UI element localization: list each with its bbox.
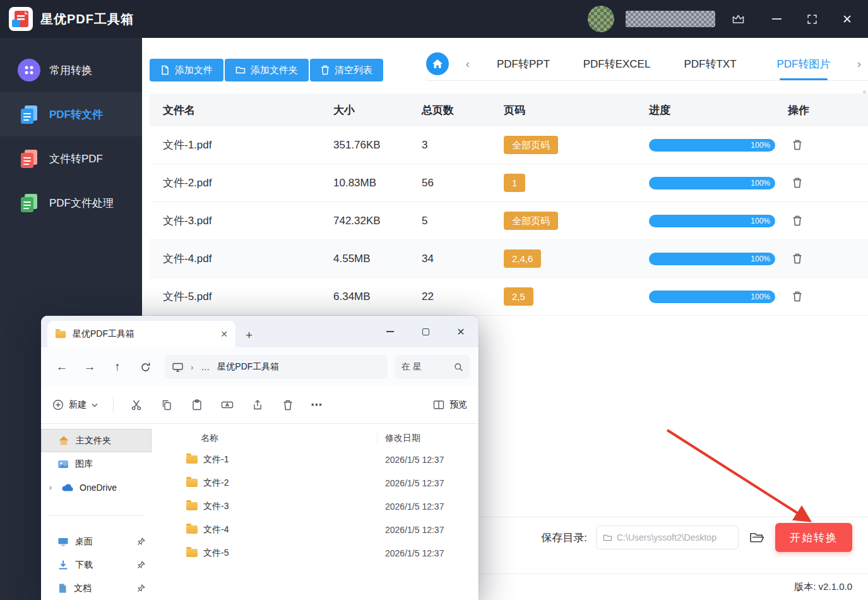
delete-file-button[interactable] xyxy=(789,213,806,229)
nav-item-onedrive[interactable]: › OneDrive xyxy=(41,476,152,499)
nav-item-label: 文档 xyxy=(74,583,92,594)
new-item-button[interactable]: 新建 xyxy=(52,399,98,411)
tabs-scroll-left-icon[interactable]: ‹ xyxy=(459,57,477,71)
sidebar-item-label: PDF转文件 xyxy=(49,107,103,122)
address-bar[interactable]: › … 星优PDF工具箱 xyxy=(165,355,388,379)
tabs-scroll-right-icon[interactable]: › xyxy=(850,57,868,71)
home-button[interactable] xyxy=(426,52,449,75)
delete-file-button[interactable] xyxy=(789,137,806,153)
tab-pdf-to-excel[interactable]: PDF转EXCEL xyxy=(570,47,663,80)
page-range-badge[interactable]: 全部页码 xyxy=(504,212,558,230)
browse-folder-button[interactable] xyxy=(747,528,766,547)
trash-icon xyxy=(321,65,330,75)
file-row[interactable]: 文件-4 2026/1/5 12:37 xyxy=(152,518,479,541)
breadcrumb-ellipsis[interactable]: … xyxy=(201,362,210,372)
nav-item-home[interactable]: 主文件夹 xyxy=(41,429,152,452)
forward-icon[interactable]: → xyxy=(78,356,102,378)
pin-icon[interactable] xyxy=(137,584,145,592)
breadcrumb-current[interactable]: 星优PDF工具箱 xyxy=(217,361,279,373)
trash-icon xyxy=(792,291,802,302)
explorer-search-box[interactable]: 在 星 xyxy=(395,355,470,379)
table-row: 文件-2.pdf 10.83MB 56 1 100% xyxy=(150,164,868,202)
column-header-name[interactable]: 名称 xyxy=(152,433,378,444)
page-range-badge[interactable]: 2,5 xyxy=(504,287,533,306)
file-row[interactable]: 文件-1 2026/1/5 12:37 xyxy=(152,448,479,471)
explorer-maximize-button[interactable] xyxy=(408,316,443,347)
explorer-window-controls: ✕ xyxy=(372,316,479,347)
rename-icon[interactable] xyxy=(220,397,235,412)
page-range-badge[interactable]: 全部页码 xyxy=(504,136,558,154)
tab-pdf-to-txt[interactable]: PDF转TXT xyxy=(663,47,757,80)
start-convert-button[interactable]: 开始转换 xyxy=(775,523,852,552)
delete-file-button[interactable] xyxy=(789,289,806,305)
copy-icon[interactable] xyxy=(159,397,174,412)
preview-toggle-button[interactable]: 预览 xyxy=(433,399,467,411)
explorer-tab[interactable]: 星优PDF工具箱 ✕ xyxy=(47,321,235,347)
tab-close-icon[interactable]: ✕ xyxy=(220,329,228,339)
progress-bar: 100% xyxy=(649,253,775,265)
sidebar-item-pdf-process[interactable]: PDF文件处理 xyxy=(0,181,142,225)
file-row[interactable]: 文件-2 2026/1/5 12:37 xyxy=(152,471,479,495)
explorer-close-button[interactable]: ✕ xyxy=(443,316,479,347)
page-range-badge[interactable]: 2,4,6 xyxy=(504,249,541,268)
table-row: 文件-1.pdf 351.76KB 3 全部页码 100% xyxy=(150,126,868,164)
sidebar-item-common-convert[interactable]: 常用转换 xyxy=(0,48,142,92)
cut-icon[interactable] xyxy=(129,397,144,412)
sidebar-item-pdf-to-file[interactable]: PDF转文件 xyxy=(0,92,142,136)
nav-item-downloads[interactable]: 下载 xyxy=(41,553,152,577)
sidebar-item-label: 常用转换 xyxy=(49,63,92,78)
delete-file-button[interactable] xyxy=(789,175,806,191)
expander-chevron-icon[interactable]: › xyxy=(46,483,55,492)
crown-icon[interactable] xyxy=(727,8,749,30)
folder-open-icon xyxy=(749,531,765,544)
breadcrumb-chevron-icon: › xyxy=(191,363,193,372)
trash-icon xyxy=(792,177,802,188)
more-options-icon[interactable]: ⋯ xyxy=(311,398,323,412)
file-pages: 34 xyxy=(422,253,504,265)
save-path-input[interactable]: C:\Users\yssoft2\Desktop xyxy=(596,525,739,549)
col-filename: 文件名 xyxy=(163,103,333,117)
user-avatar[interactable] xyxy=(588,6,614,32)
fullscreen-button[interactable] xyxy=(802,9,821,28)
nav-item-documents[interactable]: 文档 xyxy=(41,577,152,600)
progress-bar: 100% xyxy=(649,215,775,227)
close-button[interactable]: ✕ xyxy=(838,9,857,28)
delete-icon[interactable] xyxy=(280,397,295,412)
add-folder-button[interactable]: 添加文件夹 xyxy=(225,59,309,81)
explorer-tabbar: 星优PDF工具箱 ✕ + ✕ xyxy=(41,316,479,347)
paste-icon[interactable] xyxy=(189,397,205,412)
file-row-name: 文件-4 xyxy=(203,524,229,536)
username-redacted[interactable] xyxy=(626,11,715,27)
clear-list-button[interactable]: 清空列表 xyxy=(310,59,383,81)
nav-item-label: 下载 xyxy=(75,560,93,571)
tab-pdf-to-image[interactable]: PDF转图片 xyxy=(757,47,850,80)
pin-icon[interactable] xyxy=(137,537,145,546)
col-progress: 进度 xyxy=(649,103,788,117)
tab-pdf-to-ppt[interactable]: PDF转PPT xyxy=(477,47,570,80)
file-row[interactable]: 文件-5 2026/1/5 12:37 xyxy=(152,541,479,565)
column-header-date[interactable]: 修改日期 xyxy=(378,433,420,444)
up-icon[interactable]: ↑ xyxy=(105,356,129,378)
nav-item-gallery[interactable]: 图库 xyxy=(41,452,152,476)
add-file-button[interactable]: 添加文件 xyxy=(150,59,223,81)
grid-dots-icon xyxy=(18,59,40,81)
file-name: 文件-4.pdf xyxy=(163,251,333,266)
share-icon[interactable] xyxy=(250,397,265,412)
refresh-icon[interactable] xyxy=(133,356,157,378)
new-tab-button[interactable]: + xyxy=(246,329,253,341)
sidebar-item-file-to-pdf[interactable]: 文件转PDF xyxy=(0,136,142,181)
sidebar-item-label: PDF文件处理 xyxy=(49,196,114,210)
delete-file-button[interactable] xyxy=(789,251,806,267)
pin-icon[interactable] xyxy=(137,561,145,569)
desktop-icon xyxy=(57,537,69,547)
trash-icon xyxy=(792,140,802,150)
nav-item-desktop[interactable]: 桌面 xyxy=(41,530,152,553)
explorer-body: 主文件夹 图库 › OneDrive xyxy=(41,424,479,600)
file-row-name: 文件-5 xyxy=(203,548,229,559)
minimize-button[interactable] xyxy=(767,9,786,28)
explorer-minimize-button[interactable] xyxy=(372,316,408,347)
back-icon[interactable]: ← xyxy=(50,356,74,378)
file-row[interactable]: 文件-3 2026/1/5 12:37 xyxy=(152,495,479,518)
file-size: 10.83MB xyxy=(333,177,422,189)
page-range-badge[interactable]: 1 xyxy=(504,174,525,192)
